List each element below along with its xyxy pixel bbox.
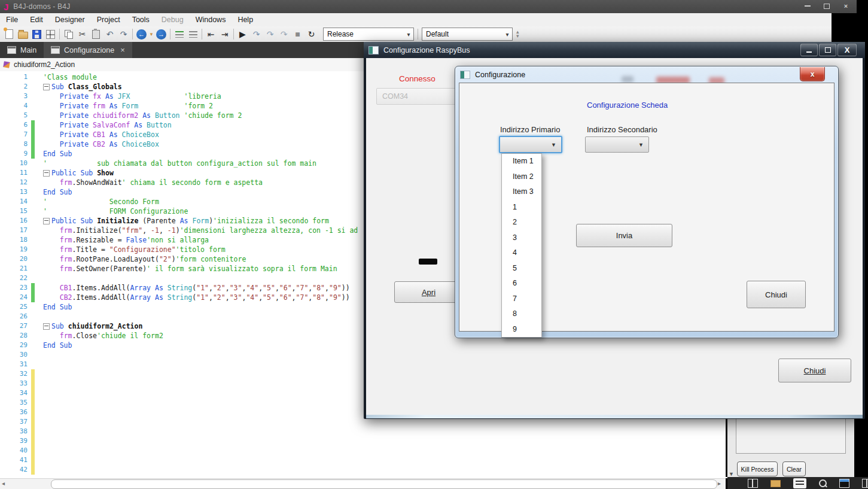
- menu-item-windows[interactable]: Windows: [190, 13, 232, 26]
- fold-collapse-icon[interactable]: [43, 218, 50, 224]
- paste-icon[interactable]: [89, 28, 103, 41]
- undo-icon[interactable]: ↶: [103, 28, 117, 41]
- code-line-38[interactable]: 38: [0, 427, 729, 436]
- nav-back-icon[interactable]: ←: [135, 28, 148, 41]
- code-line-40[interactable]: 40: [0, 446, 729, 455]
- nav-forward-icon[interactable]: →: [154, 28, 168, 41]
- redo-icon[interactable]: ↷: [117, 28, 130, 41]
- close-icon[interactable]: ×: [841, 2, 851, 10]
- line-number: 10: [0, 159, 31, 168]
- apri-button[interactable]: Apri: [394, 281, 463, 303]
- change-marker: [31, 82, 35, 92]
- profile-select[interactable]: Default ▾: [422, 28, 513, 41]
- window2-icon[interactable]: [862, 479, 868, 488]
- dropdown-item-9[interactable]: 9: [502, 322, 541, 338]
- step-into-icon[interactable]: ↷: [277, 28, 291, 41]
- tab-close-icon[interactable]: ×: [120, 45, 125, 54]
- dropdown-item-6[interactable]: 6: [502, 276, 541, 291]
- code-line-42[interactable]: 42: [0, 465, 729, 475]
- chevron-down-icon: ▼: [551, 142, 556, 148]
- line-number: 4: [0, 101, 31, 111]
- dropdown-item-item-1[interactable]: Item 1: [502, 154, 541, 169]
- resume-icon[interactable]: ↷: [249, 28, 263, 41]
- dropdown-item-3[interactable]: 3: [502, 230, 541, 246]
- change-marker: [31, 398, 35, 408]
- dropdown-item-2[interactable]: 2: [502, 215, 541, 230]
- cut-icon[interactable]: ✂: [75, 28, 89, 41]
- tab-configurazione[interactable]: Configurazione ×: [44, 42, 132, 58]
- run-icon[interactable]: ▶: [236, 28, 249, 41]
- minimize-icon[interactable]: [800, 44, 818, 56]
- change-marker: [31, 331, 35, 341]
- restart-icon[interactable]: ↻: [304, 28, 318, 41]
- comment-icon[interactable]: [172, 28, 186, 41]
- menu-item-project[interactable]: Project: [91, 13, 126, 26]
- nav-back-dropdown-icon[interactable]: ▾: [148, 28, 154, 41]
- dropdown-item-5[interactable]: 5: [502, 261, 541, 277]
- list-active-icon[interactable]: [793, 478, 806, 488]
- indent-icon[interactable]: ⇥: [218, 28, 232, 41]
- menu-item-tools[interactable]: Tools: [126, 13, 156, 26]
- raspybus-titlebar[interactable]: Configurazione RaspyBus X: [364, 42, 865, 58]
- menu-item-designer[interactable]: Designer: [49, 13, 91, 26]
- dropdown-item-item-2[interactable]: Item 2: [502, 169, 541, 185]
- scroll-left-icon[interactable]: ◂: [2, 480, 5, 487]
- change-marker: [31, 446, 35, 455]
- scroll-right-icon[interactable]: ▸: [718, 480, 721, 487]
- folder-icon[interactable]: [770, 480, 781, 487]
- save-icon[interactable]: [30, 28, 44, 41]
- change-marker: [31, 226, 35, 235]
- outdent-icon[interactable]: ⇤: [204, 28, 218, 41]
- clear-button[interactable]: Clear: [782, 461, 806, 476]
- dropdown-item-item-3[interactable]: Item 3: [502, 184, 541, 200]
- line-number: 38: [0, 427, 31, 436]
- menu-item-edit[interactable]: Edit: [24, 13, 49, 26]
- minimize-icon[interactable]: [803, 2, 812, 10]
- logs-output-box[interactable]: [736, 419, 846, 454]
- change-marker: [31, 427, 35, 436]
- menu-item-help[interactable]: Help: [232, 13, 259, 26]
- raspybus-chiudi-button[interactable]: Chiudi: [778, 359, 851, 382]
- dropdown-item-8[interactable]: 8: [502, 306, 541, 322]
- stop-icon[interactable]: ■: [291, 28, 304, 41]
- line-number: 32: [0, 369, 31, 379]
- uncomment-icon[interactable]: [186, 28, 200, 41]
- dropdown-item-4[interactable]: 4: [502, 245, 541, 261]
- restore-icon[interactable]: [822, 2, 832, 10]
- maximize-icon[interactable]: [819, 44, 836, 56]
- horizontal-scrollbar-thumb[interactable]: [51, 479, 717, 489]
- com-port-select[interactable]: COM34: [376, 88, 465, 105]
- fold-collapse-icon[interactable]: [43, 323, 50, 330]
- dialog-titlebar[interactable]: Configurazione: [455, 66, 838, 83]
- menu-item-file[interactable]: File: [0, 13, 24, 26]
- primary-address-select[interactable]: ▼: [499, 136, 562, 153]
- kill-process-button[interactable]: Kill Process: [737, 461, 778, 476]
- dropdown-item-1[interactable]: 1: [502, 200, 541, 215]
- invia-button[interactable]: Invia: [576, 224, 672, 247]
- breadcrumb-label[interactable]: chiudiform2_Action: [14, 60, 75, 69]
- menu-item-debug[interactable]: Debug: [156, 13, 190, 26]
- change-marker: [31, 293, 35, 302]
- change-marker: [31, 312, 35, 321]
- tab-main[interactable]: Main: [0, 42, 44, 58]
- scroll-down-icon[interactable]: ▼: [729, 471, 734, 477]
- search-icon[interactable]: [819, 479, 827, 487]
- code-line-39[interactable]: 39: [0, 436, 729, 446]
- close-icon[interactable]: x: [800, 67, 825, 81]
- build-config-select[interactable]: Release ▾: [323, 28, 414, 41]
- open-file-icon[interactable]: [16, 28, 30, 41]
- fold-collapse-icon[interactable]: [43, 84, 50, 90]
- dropdown-item-7[interactable]: 7: [502, 291, 541, 307]
- step-over-icon[interactable]: ↷: [263, 28, 277, 41]
- close-icon[interactable]: X: [837, 44, 857, 56]
- columns-icon[interactable]: [748, 479, 758, 488]
- secondary-address-select[interactable]: ▼: [585, 136, 649, 153]
- modules-icon[interactable]: [44, 28, 57, 41]
- window-icon[interactable]: [839, 479, 849, 488]
- code-line-41[interactable]: 41: [0, 455, 729, 465]
- dialog-chiudi-button[interactable]: Chiudi: [747, 281, 806, 308]
- new-file-icon[interactable]: [2, 28, 16, 41]
- code-text: Sub Class_Globals: [43, 82, 122, 92]
- fold-collapse-icon[interactable]: [43, 170, 50, 177]
- copy-icon[interactable]: [62, 28, 75, 41]
